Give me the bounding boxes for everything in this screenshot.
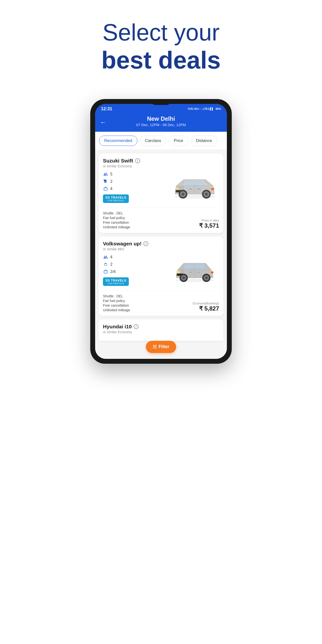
tab-carclass[interactable]: Carclass xyxy=(140,136,166,146)
car-2-footer: Shuttle . DEL Fair fuel policy Free canc… xyxy=(103,290,219,312)
back-button[interactable]: ← xyxy=(100,118,106,126)
bag-small-icon-1 xyxy=(103,179,108,184)
car-1-footer-left: Shuttle . DEL Fair fuel policy Free canc… xyxy=(103,211,130,229)
car-card-2[interactable]: Volkswagen up! i or similar Mini xyxy=(98,236,224,316)
bags-large-count-2: 2/4 xyxy=(110,270,116,274)
status-bar: 12:31 YOU 4G+↑↓ LTE1 ▌▌ 66% xyxy=(95,104,227,113)
bag-large-icon-2 xyxy=(103,269,108,274)
vendor-badge-2: SS TRAVELS CAR RENTALS xyxy=(103,277,129,286)
car-1-location: Shuttle . DEL xyxy=(103,211,130,215)
svg-point-8 xyxy=(182,193,184,196)
spec-bags-large-2: 2/4 xyxy=(103,269,129,274)
vendor-badge-1: SS TRAVELS CAR RENTALS xyxy=(103,194,129,203)
filter-label: Filter xyxy=(158,344,169,349)
car-1-cancel: Free cancellation xyxy=(103,220,130,224)
spec-bags-small-2: 2 xyxy=(103,262,129,267)
tab-recommended[interactable]: Recommended xyxy=(99,136,137,146)
car-1-from-sites: From 4 sites xyxy=(199,218,219,222)
car-2-left: 4 2 xyxy=(103,254,129,286)
car-1-footer-right: From 4 sites ₹ 3,571 xyxy=(199,218,219,229)
car-2-image xyxy=(170,254,219,287)
car-3-subtitle: or similar Economy xyxy=(103,330,138,334)
car-card-2-top: Volkswagen up! i or similar Mini xyxy=(103,241,219,251)
car-1-body: 5 2 xyxy=(103,171,219,204)
spec-passengers-2: 4 xyxy=(103,254,129,260)
car-3-title: Hyundai i10 i xyxy=(103,324,138,330)
status-time: 12:31 xyxy=(101,106,112,112)
car-2-title: Volkswagen up! i xyxy=(103,241,148,246)
screen-content: 12:31 YOU 4G+↑↓ LTE1 ▌▌ 66% ← New Delhi … xyxy=(95,104,227,359)
car-card-3-partial[interactable]: Hyundai i10 i or similar Economy xyxy=(98,319,224,341)
svg-rect-20 xyxy=(211,272,214,274)
info-icon-1[interactable]: i xyxy=(135,158,140,163)
filter-tabs: Recommended Carclass Price Distance xyxy=(95,132,227,150)
car-1-subtitle: or similar Economy xyxy=(103,164,140,168)
car-2-svg xyxy=(170,254,219,286)
spec-passengers-1: 5 xyxy=(103,172,129,177)
spec-bags-small-1: 2 xyxy=(103,179,129,184)
tab-price[interactable]: Price xyxy=(168,136,188,146)
fab-container: ☷ Filter xyxy=(95,344,227,359)
car-2-cancel: Free cancellation xyxy=(103,304,130,307)
car-2-from-sites: EconomyBookings xyxy=(193,302,219,305)
phone-notch xyxy=(151,99,171,105)
header-city: New Delhi xyxy=(100,116,222,122)
tab-distance[interactable]: Distance xyxy=(191,136,217,146)
info-icon-3[interactable]: i xyxy=(134,324,138,329)
car-2-fuel: Fair fuel policy xyxy=(103,299,130,303)
bag-large-icon-1 xyxy=(103,186,108,192)
car-1-image xyxy=(170,171,219,204)
car-2-footer-right: EconomyBookings ₹ 5,827 xyxy=(193,302,219,312)
info-icon-2[interactable]: i xyxy=(144,241,148,246)
car-2-subtitle: or similar Mini xyxy=(103,247,148,251)
car-1-price: ₹ 3,571 xyxy=(199,222,219,229)
car-2-specs: 4 2 xyxy=(103,254,129,274)
svg-point-26 xyxy=(205,277,208,279)
car-2-info: Volkswagen up! i or similar Mini xyxy=(103,241,148,251)
vendor-sub-2: CAR RENTALS xyxy=(106,282,126,285)
hero-title-line1: Select your xyxy=(10,20,312,45)
car-1-fuel: Fair fuel policy xyxy=(103,216,130,220)
car-3-info: Hyundai i10 i or similar Economy xyxy=(103,324,138,334)
status-icons: YOU 4G+↑↓ LTE1 ▌▌ 66% xyxy=(188,107,221,110)
car-card-3-top: Hyundai i10 i or similar Economy xyxy=(103,324,219,334)
phone-screen: 12:31 YOU 4G+↑↓ LTE1 ▌▌ 66% ← New Delhi … xyxy=(95,104,227,359)
passengers-icon-2 xyxy=(103,254,108,260)
app-header: ← New Delhi 07 Dec, 12PM - 08 Dec, 12PM xyxy=(95,113,227,132)
vendor-sub-1: CAR RENTALS xyxy=(106,199,126,202)
car-2-price: ₹ 5,827 xyxy=(193,305,219,312)
svg-point-18 xyxy=(176,270,180,274)
car-1-title: Suzuki Swift i xyxy=(103,158,140,164)
passengers-count-2: 4 xyxy=(110,255,112,259)
passengers-icon-1 xyxy=(103,172,108,177)
bags-small-count-2: 2 xyxy=(110,262,112,267)
car-2-footer-left: Shuttle . DEL Fair fuel policy Free canc… xyxy=(103,294,130,312)
svg-rect-14 xyxy=(197,188,201,190)
bag-small-icon-2 xyxy=(103,262,108,267)
car-list: Suzuki Swift i or similar Economy xyxy=(95,150,227,344)
svg-rect-13 xyxy=(188,188,192,190)
car-2-mileage: Unlimited mileage xyxy=(103,308,130,312)
bags-large-count-1: 4 xyxy=(110,186,112,191)
car-2-body: 4 2 xyxy=(103,254,219,287)
header-dates: 07 Dec, 12PM - 08 Dec, 12PM xyxy=(100,123,222,127)
bags-small-count-1: 2 xyxy=(110,179,112,184)
hero-section: Select your best deals xyxy=(0,0,322,89)
car-1-left: 5 2 xyxy=(103,172,129,203)
filter-fab-button[interactable]: ☷ Filter xyxy=(146,341,176,353)
car-1-specs: 5 2 xyxy=(103,172,129,192)
hero-title-line2: best deals xyxy=(10,45,312,75)
car-1-info: Suzuki Swift i or similar Economy xyxy=(103,158,140,168)
phone-mockup: 12:31 YOU 4G+↑↓ LTE1 ▌▌ 66% ← New Delhi … xyxy=(90,99,232,364)
car-1-mileage: Unlimited mileage xyxy=(103,225,130,229)
battery-icon: 66% xyxy=(216,107,221,110)
car-1-footer: Shuttle . DEL Fair fuel policy Free canc… xyxy=(103,208,219,229)
svg-point-3 xyxy=(175,187,179,190)
svg-rect-28 xyxy=(189,272,192,273)
car-card-1[interactable]: Suzuki Swift i or similar Economy xyxy=(98,154,224,233)
svg-point-23 xyxy=(182,277,185,279)
phone-frame: 12:31 YOU 4G+↑↓ LTE1 ▌▌ 66% ← New Delhi … xyxy=(90,99,232,364)
passengers-count-1: 5 xyxy=(110,172,112,176)
svg-point-11 xyxy=(205,193,208,196)
car-card-1-top: Suzuki Swift i or similar Economy xyxy=(103,158,219,168)
